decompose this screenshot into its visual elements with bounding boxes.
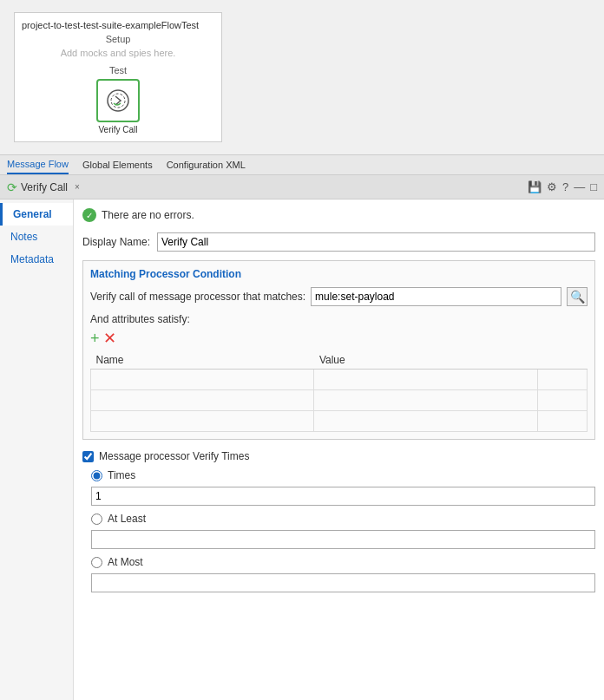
main-content: ✓ There are no errors. Display Name: Mat…: [74, 200, 604, 700]
status-bar: ✓ There are no errors.: [82, 208, 595, 222]
table-cell-action: [537, 370, 587, 390]
table-row: [91, 411, 588, 432]
name-column-header: Name: [91, 351, 314, 370]
at-least-radio-row: At Least: [91, 513, 595, 525]
nav-item-notes[interactable]: Notes: [0, 226, 73, 248]
table-cell-action: [537, 390, 587, 411]
tab-global-elements[interactable]: Global Elements: [82, 156, 153, 173]
nav-item-metadata[interactable]: Metadata: [0, 248, 73, 271]
verify-call-card[interactable]: Verify Call: [88, 79, 148, 134]
at-least-input[interactable]: [91, 530, 595, 549]
test-label: Test: [22, 65, 214, 75]
verify-times-checkbox-row: Message processor Verify Times: [82, 450, 595, 462]
verify-call-svg-icon: [105, 88, 131, 114]
editor-header: ⟳ Verify Call × 💾 ⚙ ? — □: [0, 175, 604, 200]
nav-item-general[interactable]: General: [0, 203, 73, 226]
table-row: [91, 370, 588, 390]
minimize-icon-button[interactable]: —: [574, 180, 585, 193]
add-mocks-text: Add mocks and spies here.: [22, 48, 214, 58]
table-cell-value[interactable]: [314, 370, 537, 390]
table-cell-action: [537, 411, 587, 432]
tab-configuration-xml[interactable]: Configuration XML: [167, 156, 246, 173]
table-cell-name[interactable]: [91, 390, 314, 411]
at-most-radio-label: At Most: [108, 556, 143, 568]
verify-call-card-label: Verify Call: [98, 125, 137, 134]
times-input[interactable]: [91, 487, 595, 506]
at-most-radio-row: At Most: [91, 556, 595, 568]
at-most-radio[interactable]: [91, 557, 102, 568]
tab-message-flow[interactable]: Message Flow: [7, 155, 69, 174]
action-buttons: + ✕: [90, 330, 588, 346]
table-cell-value[interactable]: [314, 411, 537, 432]
display-name-label: Display Name:: [82, 236, 150, 248]
at-least-radio[interactable]: [91, 514, 102, 525]
times-radio-label: Times: [108, 469, 135, 481]
attributes-table: Name Value: [90, 351, 588, 432]
attributes-label: And attributes satisfy:: [90, 313, 588, 325]
action-column-header: [537, 351, 587, 370]
help-icon-button[interactable]: ?: [562, 180, 568, 193]
matching-section-title: Matching Processor Condition: [90, 268, 588, 280]
add-attribute-button[interactable]: +: [90, 330, 100, 346]
at-most-input[interactable]: [91, 573, 595, 592]
status-text: There are no errors.: [102, 209, 194, 221]
editor-header-right: 💾 ⚙ ? — □: [528, 180, 597, 193]
display-name-input[interactable]: [157, 232, 595, 252]
editor-body: General Notes Metadata ✓ There are no er…: [0, 200, 604, 700]
times-radio[interactable]: [91, 470, 102, 481]
tabs-bar: Message Flow Global Elements Configurati…: [0, 154, 604, 175]
value-column-header: Value: [314, 351, 537, 370]
radio-section: Times At Least At Most: [82, 469, 595, 592]
display-name-row: Display Name:: [82, 232, 595, 252]
save-icon-button[interactable]: 💾: [528, 180, 542, 193]
verify-call-icon-box: [96, 79, 140, 122]
verify-call-label: Verify call of message processor that ma…: [90, 291, 305, 303]
table-cell-value[interactable]: [314, 390, 537, 411]
editor-area: ⟳ Verify Call × 💾 ⚙ ? — □ General Notes …: [0, 175, 604, 700]
table-cell-name[interactable]: [91, 411, 314, 432]
table-cell-name[interactable]: [91, 370, 314, 390]
matching-section: Matching Processor Condition Verify call…: [82, 260, 595, 440]
close-tab-button[interactable]: ×: [75, 182, 80, 192]
editor-header-title: Verify Call: [21, 181, 68, 193]
success-icon: ✓: [82, 208, 96, 222]
verify-call-header-icon: ⟳: [7, 180, 17, 194]
canvas-title: project-to-test-test-suite-exampleFlowTe…: [22, 20, 214, 30]
maximize-icon-button[interactable]: □: [590, 180, 597, 193]
table-row: [91, 390, 588, 411]
remove-attribute-button[interactable]: ✕: [103, 330, 116, 346]
times-radio-row: Times: [91, 469, 595, 481]
search-button[interactable]: 🔍: [567, 287, 588, 306]
processor-row: Verify call of message processor that ma…: [90, 287, 588, 306]
canvas-container: project-to-test-test-suite-exampleFlowTe…: [14, 12, 222, 142]
verify-times-checkbox[interactable]: [82, 451, 94, 462]
at-least-radio-label: At Least: [108, 513, 146, 525]
setup-label: Setup: [22, 34, 214, 44]
sidebar-nav: General Notes Metadata: [0, 200, 74, 700]
verify-times-section: Message processor Verify Times Times At: [82, 450, 595, 592]
verify-times-label: Message processor Verify Times: [99, 450, 249, 462]
processor-input[interactable]: [311, 287, 561, 306]
settings-icon-button[interactable]: ⚙: [547, 180, 557, 193]
editor-header-left: ⟳ Verify Call ×: [7, 180, 80, 194]
